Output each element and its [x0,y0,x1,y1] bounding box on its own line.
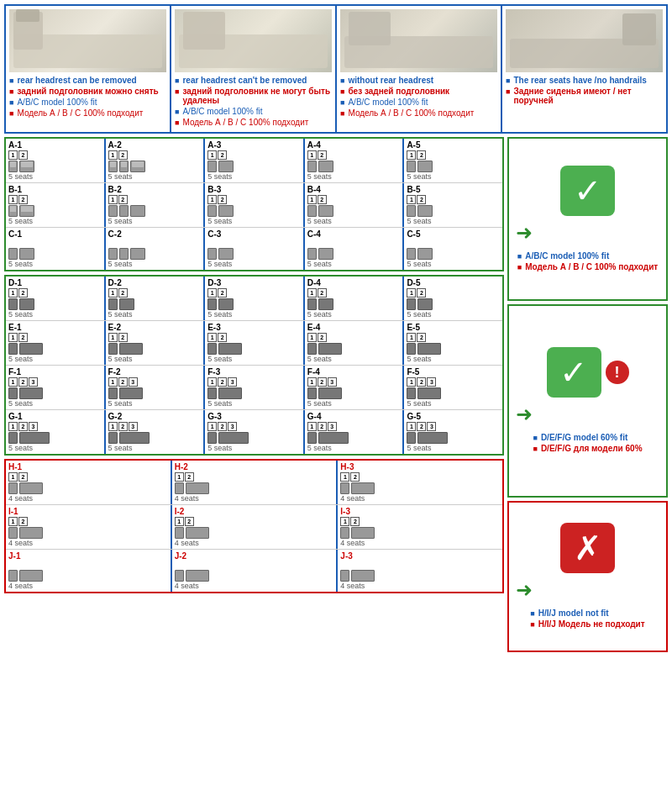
header-col3-blue: without rear headrest [340,76,497,85]
row-b: B-1 1 2 5 seats B-2 [6,183,502,228]
header-col2-red: задний подголовник не могут быть удалены [175,87,332,105]
cell-g2: G-2 1 2 3 5 seats [106,410,206,454]
cell-f4: F-4 1 2 3 5 seats [305,366,405,409]
cell-f2: F-2 1 2 3 5 seats [106,366,206,409]
header-col1-fit-red: Модель А / В / С 100% подходит [9,108,166,118]
row-c: C-1 5 seats C-2 [6,228,502,270]
cell-e4: E-4 1 2 5 seats [305,321,405,365]
cell-d4: D-4 1 2 5 seats [305,277,405,320]
cell-b4: B-4 1 2 5 seats [305,183,405,227]
header-col4-blue: The rear seats have /no handrails [506,76,663,85]
cell-e3: E-3 1 2 5 seats [205,321,305,365]
cell-g5: G-5 1 2 3 5 seats [404,410,502,454]
defg-fit-red: D/E/F/G для модели 60% [533,444,642,453]
section-abc: A-1 1 2 5 seats [4,137,504,271]
cell-a4: A-4 1 2 5 seats [305,139,405,182]
header-col-4: The rear seats have /no handrails Задние… [502,6,666,132]
cell-c1: C-1 5 seats [6,228,106,270]
cell-d3: D-3 1 2 5 seats [205,277,305,320]
cell-b1: B-1 1 2 5 seats [6,183,106,227]
cell-i3: I-3 1 2 4 seats [338,505,502,549]
cell-f5: F-5 1 2 3 5 seats [404,366,502,409]
row-a: A-1 1 2 5 seats [6,139,502,183]
cell-e1: E-1 1 2 5 seats [6,321,106,365]
cell-b3: B-3 1 2 5 seats [205,183,305,227]
header-col2-fit-red: Модель А / В / С 100% подходит [175,118,332,127]
cell-d5: D-5 1 2 5 seats [404,277,502,320]
warning-icon-defg: ! [606,361,629,384]
cell-j1: J-1 4 seats [6,550,172,592]
cell-b2: B-2 1 2 5 seats [106,183,206,227]
cell-d1: D-1 1 2 5 seats [6,277,106,320]
header-col2-fit-blue: A/B/C model 100% fit [175,107,332,116]
cell-c2: C-2 5 seats [106,228,206,270]
cell-a2: A-2 1 2 5 seats [106,139,206,182]
hij-fit-red: Н/I/J Модель не подходит [530,619,644,629]
cell-e5: E-5 1 2 5 seats [404,321,502,365]
cell-i1: I-1 1 2 4 seats [6,505,172,549]
header-col1-red: задний подголовник можно снять [9,87,166,96]
defg-fit-text: D/E/F/G model 60% fit D/E/F/G для модели… [533,433,642,455]
cell-j3: J-3 4 seats [338,550,502,592]
header-col1-blue: rear headrest can be removed [9,76,166,85]
right-column: ✓ ➜ A/B/C model 100% fit Модель А / В / … [504,137,668,652]
row-h: H-1 1 2 4 seats H-2 [6,461,502,505]
main-container: rear headrest can be removed задний подг… [0,0,672,656]
header-col3-fit-red: Модель А / В / С 100% подходит [340,108,497,118]
cell-c3: C-3 5 seats [205,228,305,270]
cell-f1: F-1 1 2 3 5 seats [6,366,106,409]
row-f: F-1 1 2 3 5 seats F-2 [6,366,502,410]
cell-c4: C-4 5 seats [305,228,405,270]
abc-fit-text: A/B/C model 100% fit Модель А / В / С 10… [517,251,658,273]
cell-b5: B-5 1 2 5 seats [404,183,502,227]
abc-fit-blue: A/B/C model 100% fit [517,251,658,261]
row-j: J-1 4 seats J-2 [6,550,502,592]
cell-e2: E-2 1 2 5 seats [106,321,206,365]
header-col-1: rear headrest can be removed задний подг… [6,6,171,132]
cell-d2: D-2 1 2 5 seats [106,277,206,320]
header-col-3: without rear headrest без задней подголо… [337,6,502,132]
hij-fit-text: H/I/J model not fit Н/I/J Модель не подх… [530,608,644,630]
header-col-2: rear headrest can't be removed задний по… [171,6,337,132]
row-g: G-1 1 2 3 5 seats G-2 [6,410,502,454]
arrow-abc: ➜ [516,221,533,245]
hij-fit-blue: H/I/J model not fit [530,608,644,618]
cell-a1: A-1 1 2 5 seats [6,139,106,182]
check-icon-defg: ✓ [547,347,601,398]
left-grid: A-1 1 2 5 seats [4,137,504,652]
header-col3-red: без задней подголовник [340,87,497,96]
cell-g1: G-1 1 2 3 5 seats [6,410,106,454]
check-icon-abc: ✓ [560,166,615,216]
full-layout: A-1 1 2 5 seats [4,137,668,652]
abc-fit-red: Модель А / В / С 100% подходит [517,262,658,271]
header-col4-red: Задние сиденья имеют / нет поручней [506,87,663,105]
cell-j2: J-2 4 seats [172,550,339,592]
cell-a5: A-5 1 2 5 seats [404,139,502,182]
cell-i2: I-2 1 2 4 seats [172,505,339,549]
defg-fit-blue: D/E/F/G model 60% fit [533,433,642,442]
cell-g4: G-4 1 2 3 5 seats [305,410,405,454]
cell-h1: H-1 1 2 4 seats [6,461,172,504]
row-i: I-1 1 2 4 seats I-2 [6,505,502,550]
cell-a3: A-3 1 2 5 seats [205,139,305,182]
cell-g3: G-3 1 2 3 5 seats [205,410,305,454]
right-panel-defg: ✓ ! ➜ D/E/F/G model 60% fit D/E/F/G для … [507,304,668,498]
header-col1-fit-blue: A/B/C model 100% fit [9,97,166,107]
row-d: D-1 1 2 5 seats D-2 [6,277,502,321]
row-e: E-1 1 2 5 seats E-2 [6,321,502,366]
cross-icon-hij: ✗ [560,523,615,573]
header-col2-blue: rear headrest can't be removed [175,76,332,85]
cell-h3: H-3 1 2 4 seats [338,461,502,504]
header-col3-fit-blue: A/B/C model 100% fit [340,97,497,107]
cell-c5: C-5 5 seats [404,228,502,270]
cell-h2: H-2 1 2 4 seats [172,461,339,504]
arrow-defg: ➜ [516,403,533,426]
right-panel-hij: ✗ ➜ H/I/J model not fit Н/I/J Модель не … [507,501,668,652]
section-hij: H-1 1 2 4 seats H-2 [4,459,504,593]
right-panel-abc: ✓ ➜ A/B/C model 100% fit Модель А / В / … [507,137,668,301]
section-defg: D-1 1 2 5 seats D-2 [4,275,504,456]
cell-f3: F-3 1 2 3 5 seats [205,366,305,409]
arrow-hij: ➜ [516,578,533,602]
